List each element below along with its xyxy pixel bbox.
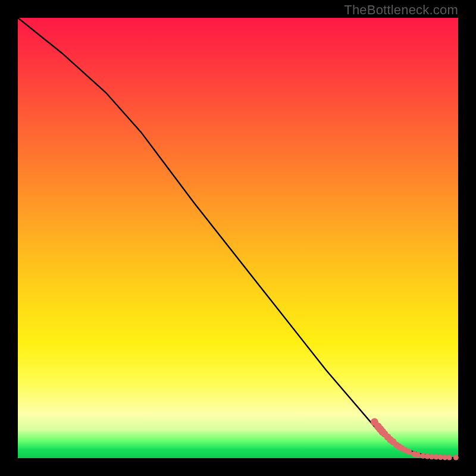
marker-group [371, 418, 459, 461]
data-point [447, 455, 452, 461]
chart-frame: TheBottleneck.com [0, 0, 476, 476]
data-point [406, 449, 412, 455]
attribution-text: TheBottleneck.com [344, 2, 458, 18]
data-point [453, 455, 459, 461]
chart-overlay [18, 18, 458, 458]
data-point [415, 452, 421, 458]
curve-line [18, 18, 458, 458]
